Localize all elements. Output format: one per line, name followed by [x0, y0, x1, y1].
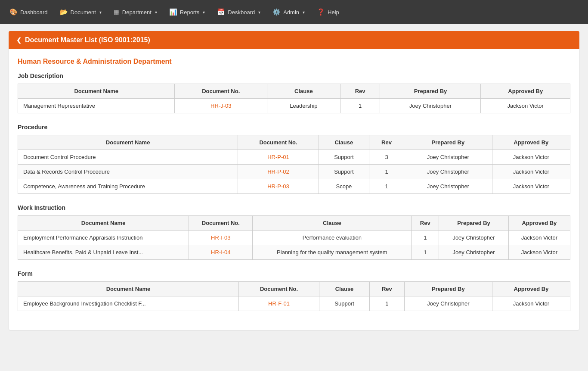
main-content: ❮ Document Master List (ISO 9001:2015) H… — [0, 24, 588, 371]
cell-rev: 1 — [340, 99, 380, 113]
nav-admin[interactable]: ⚙️ Admin ▾ — [267, 4, 310, 20]
cell-doc-no: HR-F-01 — [238, 296, 319, 311]
table-work-instruction: Document NameDocument No.ClauseRevPrepar… — [18, 215, 570, 260]
cell-clause: Support — [319, 150, 369, 165]
cell-rev: 1 — [369, 296, 404, 311]
col-header: Clause — [253, 216, 412, 231]
page-header-chevron-icon: ❮ — [16, 37, 22, 44]
document-dropdown-arrow: ▾ — [99, 10, 102, 15]
table-row: Management RepresentativeHR-J-03Leadersh… — [18, 99, 570, 113]
nav-department-label: Department — [122, 9, 152, 16]
cell-doc-name: Employment Performance Appraisals Instru… — [18, 231, 189, 245]
cell-clause: Scope — [319, 179, 369, 194]
main-navigation: 🎨 Dashboard 📂 Document ▾ ▦ Department ▾ … — [0, 0, 588, 24]
cell-approved-by: Jackson Victor — [508, 231, 570, 245]
cell-approved-by: Jackson Victor — [508, 245, 570, 260]
department-icon: ▦ — [114, 8, 120, 16]
cell-doc-name: Competence, Awareness and Training Proce… — [18, 179, 238, 194]
nav-document[interactable]: 📂 Document ▾ — [55, 4, 107, 20]
col-header: Prepared By — [404, 135, 492, 150]
nav-dashboard[interactable]: 🎨 Dashboard — [4, 4, 53, 20]
col-header: Prepared By — [380, 84, 481, 99]
col-header: Rev — [340, 84, 380, 99]
col-header: Document Name — [18, 135, 238, 150]
cell-rev: 1 — [412, 245, 439, 260]
section-title-work-instruction: Work Instruction — [18, 204, 570, 211]
cell-clause: Support — [319, 296, 370, 311]
cell-doc-name: Healthcare Benefits, Paid & Unpaid Leave… — [18, 245, 189, 260]
table-row: Data & Records Control ProcedureHR-P-02S… — [18, 165, 570, 179]
cell-doc-no: HR-J-03 — [175, 99, 267, 113]
cell-prepared-by: Joey Christopher — [439, 231, 509, 245]
cell-clause: Planning for the quality management syst… — [253, 245, 412, 260]
table-row: Healthcare Benefits, Paid & Unpaid Leave… — [18, 245, 570, 260]
col-header: Document Name — [18, 84, 175, 99]
cell-approved-by: Jackson Victor — [492, 296, 570, 311]
nav-department[interactable]: ▦ Department ▾ — [108, 4, 162, 20]
cell-rev: 3 — [369, 150, 404, 165]
cell-doc-name: Document Control Procedure — [18, 150, 238, 165]
cell-prepared-by: Joey Christopher — [380, 99, 481, 113]
col-header: Prepared By — [439, 216, 509, 231]
cell-prepared-by: Joey Christopher — [439, 245, 509, 260]
col-header: Rev — [369, 135, 404, 150]
nav-admin-label: Admin — [283, 9, 299, 16]
deskboard-dropdown-arrow: ▾ — [258, 10, 260, 15]
cell-prepared-by: Joey Christopher — [404, 150, 492, 165]
table-procedure: Document NameDocument No.ClauseRevPrepar… — [18, 135, 570, 194]
cell-clause: Performance evaluation — [253, 231, 412, 245]
nav-deskboard[interactable]: 📅 Deskboard ▾ — [212, 4, 266, 20]
document-icon: 📂 — [60, 8, 68, 16]
col-header: Rev — [369, 282, 404, 296]
col-header: Prepared By — [404, 282, 492, 296]
col-header: Clause — [319, 282, 370, 296]
cell-doc-no: HR-P-02 — [238, 165, 319, 179]
nav-reports[interactable]: 📊 Reports ▾ — [164, 4, 210, 20]
section-job-description: Job DescriptionDocument NameDocument No.… — [18, 72, 570, 113]
help-icon: ❓ — [317, 8, 325, 16]
cell-approved-by: Jackson Victor — [492, 165, 570, 179]
cell-prepared-by: Joey Christopher — [404, 179, 492, 194]
cell-doc-no: HR-P-03 — [238, 179, 319, 194]
nav-help[interactable]: ❓ Help — [312, 4, 344, 20]
sections-container: Job DescriptionDocument NameDocument No.… — [18, 72, 570, 311]
col-header: Clause — [267, 84, 340, 99]
table-row: Employee Background Investigation Checkl… — [18, 296, 570, 311]
cell-approved-by: Jackson Victor — [481, 99, 570, 113]
col-header: Document No. — [189, 216, 253, 231]
cell-approved-by: Jackson Victor — [492, 179, 570, 194]
admin-dropdown-arrow: ▾ — [303, 10, 305, 15]
deskboard-icon: 📅 — [217, 8, 225, 16]
page-title: Document Master List (ISO 9001:2015) — [25, 36, 150, 44]
cell-clause: Leadership — [267, 99, 340, 113]
col-header: Document Name — [18, 216, 189, 231]
col-header: Approved By — [508, 216, 570, 231]
cell-doc-no: HR-I-04 — [189, 245, 253, 260]
col-header: Clause — [319, 135, 369, 150]
cell-approved-by: Jackson Victor — [492, 150, 570, 165]
section-form: FormDocument NameDocument No.ClauseRevPr… — [18, 270, 570, 311]
table-job-description: Document NameDocument No.ClauseRevPrepar… — [18, 84, 570, 113]
table-row: Employment Performance Appraisals Instru… — [18, 231, 570, 245]
cell-doc-name: Employee Background Investigation Checkl… — [18, 296, 239, 311]
nav-reports-label: Reports — [180, 9, 200, 16]
admin-icon: ⚙️ — [272, 8, 281, 16]
reports-dropdown-arrow: ▾ — [203, 10, 205, 15]
col-header: Rev — [412, 216, 439, 231]
cell-doc-no: HR-P-01 — [238, 150, 319, 165]
nav-help-label: Help — [328, 9, 339, 16]
cell-prepared-by: Joey Christopher — [404, 165, 492, 179]
page-header: ❮ Document Master List (ISO 9001:2015) — [9, 31, 579, 49]
nav-deskboard-label: Deskboard — [228, 9, 255, 16]
cell-rev: 1 — [412, 231, 439, 245]
cell-doc-name: Data & Records Control Procedure — [18, 165, 238, 179]
col-header: Approved By — [492, 282, 570, 296]
cell-rev: 1 — [369, 165, 404, 179]
section-procedure: ProcedureDocument NameDocument No.Clause… — [18, 124, 570, 194]
col-header: Document No. — [175, 84, 267, 99]
cell-prepared-by: Joey Christopher — [404, 296, 492, 311]
col-header: Approved By — [481, 84, 570, 99]
section-work-instruction: Work InstructionDocument NameDocument No… — [18, 204, 570, 260]
cell-doc-no: HR-I-03 — [189, 231, 253, 245]
section-title-procedure: Procedure — [18, 124, 570, 131]
